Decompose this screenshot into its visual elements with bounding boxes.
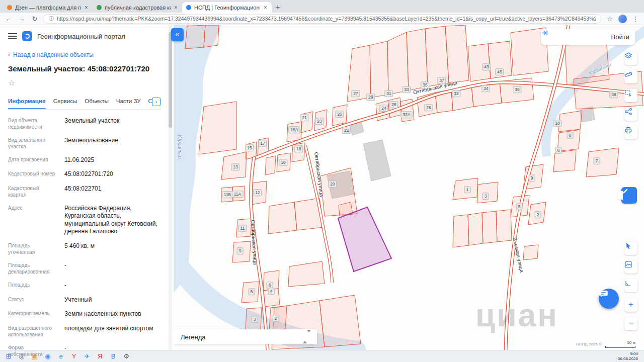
layers-icon [624, 52, 632, 60]
field-value: Земли населенных пунктов [64, 310, 160, 318]
browser-tab[interactable]: публичная кадастровая карта× [93, 2, 182, 13]
sidebar-tab-1[interactable]: Сервисы [53, 98, 77, 109]
login-icon [541, 29, 548, 37]
print-icon [624, 126, 632, 134]
cian-watermark: циан [475, 297, 558, 334]
field-row: Площадь уточненная5 460 кв. м [8, 239, 160, 259]
scale-label: 50 м [627, 340, 635, 345]
legend-label: Легенда [181, 333, 303, 341]
basemap-icon [624, 260, 632, 268]
select-area-button[interactable] [624, 89, 637, 102]
browser-menu-icon[interactable]: ⋮ [631, 15, 640, 23]
field-row: АдресРоссийская Федерация, Курганская об… [8, 201, 160, 239]
tab-title: Дзен — платформа для просмо [15, 5, 81, 11]
legend-toggle-icon[interactable] [303, 332, 311, 341]
selected-parcel[interactable] [338, 207, 391, 272]
clock-time: 9:04 [618, 351, 638, 356]
field-label: Площадь уточненная [8, 242, 56, 255]
field-value: Землепользование [64, 137, 160, 150]
profile-avatar[interactable] [618, 15, 627, 23]
field-row: Кадастровый номер45:08:022701:720 [8, 167, 160, 182]
login-bar[interactable]: Войти [541, 29, 635, 45]
field-row: СтатусУчтенный [8, 293, 160, 307]
tab-close-icon[interactable]: × [174, 4, 178, 11]
chat-button[interactable] [599, 289, 619, 309]
draw-button[interactable] [621, 187, 637, 204]
menu-icon[interactable] [8, 33, 17, 39]
field-label: Адрес [8, 205, 56, 236]
layers-button[interactable] [624, 52, 637, 65]
tabs-next-button[interactable]: › [152, 98, 160, 106]
address-bar[interactable]: ⓘ https://nspd.gov.ru/map?thematic=PKK&z… [43, 14, 601, 24]
cursor-icon [624, 242, 632, 250]
tab-favicon [97, 5, 102, 10]
portal-title: Геоинформационный портал [37, 33, 125, 40]
collapse-panel-button[interactable]: « [171, 28, 184, 41]
field-value: площадки для занятий спортом [64, 325, 160, 338]
chat-icon [599, 289, 609, 299]
zoom-in-button[interactable]: + [624, 299, 637, 312]
map-canvas[interactable] [174, 25, 644, 350]
tab-close-icon[interactable]: × [84, 4, 89, 11]
field-value: - [64, 262, 160, 275]
tab-strip: Дзен — платформа для просмо×публичная ка… [0, 0, 644, 13]
share-button[interactable] [624, 108, 637, 121]
sidebar-header: Геоинформационный портал [8, 30, 160, 42]
favorite-star-icon[interactable]: ☆ [8, 78, 160, 87]
parcels-layer [185, 25, 643, 349]
sidebar-tabs-row: ИнформацияСервисыОбъектыЧасти ЗУСоста › [8, 98, 160, 110]
browser-tab[interactable]: НСПД | Геоинформационный п× [182, 2, 272, 13]
field-value: 45:08:022701 [64, 185, 160, 198]
field-value: 5 460 кв. м [64, 242, 160, 255]
zoom-out-button[interactable]: − [624, 317, 637, 330]
field-value: 11.06.2025 [64, 156, 160, 164]
tab-title: публичная кадастровая карта [105, 5, 171, 11]
measure-button[interactable] [624, 279, 637, 292]
draw-icon [621, 187, 629, 195]
browser-tab[interactable]: Дзен — платформа для просмо× [3, 2, 93, 13]
sidebar-tab-0[interactable]: Информация [8, 98, 46, 109]
sidebar-tab-4[interactable]: Соста [148, 98, 152, 109]
field-row: Категория земельЗемли населенных пунктов [8, 307, 160, 322]
sidebar-tab-3[interactable]: Части ЗУ [116, 98, 141, 109]
field-label: Категория земель [8, 310, 56, 318]
field-label: Вид объекта недвижимости [8, 117, 56, 130]
reload-button[interactable]: ↻ [30, 15, 39, 23]
forward-button[interactable]: → [17, 15, 26, 23]
scale-ruler [605, 346, 635, 348]
field-row: Вид объекта недвижимостиЗемельный участо… [8, 114, 160, 133]
field-row: Кадастровый квартал45:08:022701 [8, 182, 160, 201]
field-value: Учтенный [64, 296, 160, 304]
field-label: Площадь декларированная [8, 262, 56, 275]
field-value: Российская Федерация, Курганская область… [64, 205, 160, 236]
new-tab-button[interactable]: + [272, 2, 284, 13]
field-label: Кадастровый номер [8, 170, 56, 178]
basemap-button[interactable] [624, 260, 637, 274]
field-value: - [64, 344, 160, 357]
tab-strip-tabs: Дзен — платформа для просмо×публичная ка… [3, 2, 272, 13]
nspd-logo-icon [22, 31, 32, 41]
legend-bar[interactable]: Легенда [174, 329, 317, 344]
site-info-icon[interactable]: ⓘ [49, 15, 54, 22]
back-chevron-icon: ‹ [8, 51, 10, 58]
back-link[interactable]: ‹ Назад в найденные объекты [8, 51, 160, 58]
ruler-icon [624, 70, 632, 78]
ruler-button[interactable] [624, 70, 637, 83]
field-row: Форма собственности- [8, 341, 160, 360]
url-text: https://nspd.gov.ru/map?thematic=PKK&zoo… [57, 16, 596, 22]
taskbar-clock[interactable]: 9:04 06.08.2025 [618, 351, 642, 361]
field-row: Площадь декларированная- [8, 259, 160, 279]
back-button[interactable]: ← [4, 15, 13, 23]
login-label: Войти [611, 33, 629, 41]
sidebar-scrollbar[interactable] [169, 32, 172, 128]
field-value: - [64, 282, 160, 290]
map-area[interactable]: Октябрьская улицаОктябрьская улицаОктябр… [174, 25, 644, 350]
tab-close-icon[interactable]: × [263, 4, 268, 11]
sidebar-tab-2[interactable]: Объекты [85, 98, 108, 109]
print-button[interactable] [624, 126, 637, 139]
bookmark-star-icon[interactable]: ☆ [605, 15, 614, 23]
field-row: Площадь- [8, 279, 160, 293]
cursor-button[interactable] [624, 242, 637, 255]
back-link-label: Назад в найденные объекты [13, 51, 94, 58]
field-value: 45:08:022701:720 [64, 170, 160, 178]
